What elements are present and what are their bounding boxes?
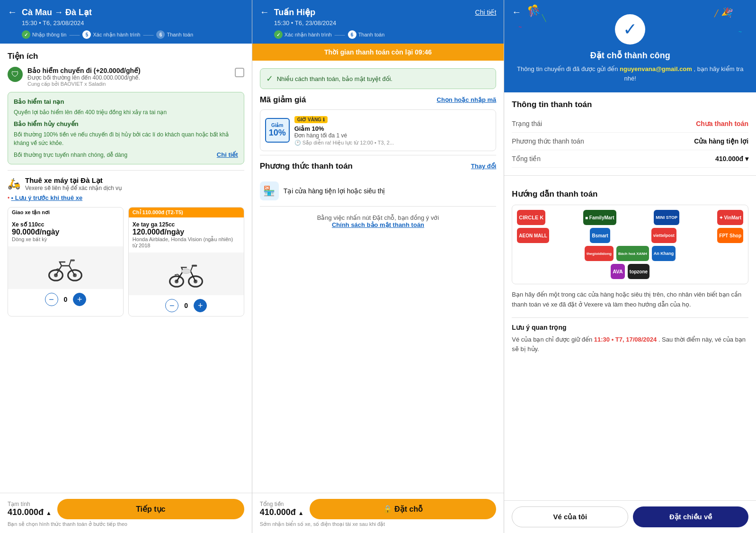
change-payment-link[interactable]: Thay đổi: [471, 163, 497, 170]
discount-title: Mã giảm giá: [260, 95, 306, 105]
progress-step-2: 5 Xác nhận hành trình: [82, 30, 140, 39]
book-button-label: Đặt chỗ: [394, 505, 423, 513]
payment-method-row: Phương thức thanh toán Cửa hàng tiện lợi: [512, 133, 748, 150]
stores-row-4: AVA topzone: [517, 264, 743, 279]
footer-buttons: Vé của tôi Đặt chiều về: [512, 506, 748, 527]
bike1-price: 90.000đ/ngày: [12, 228, 119, 236]
discount-name: Giảm 10%: [294, 125, 491, 132]
screen2-header: ← Tuấn Hiệp Chi tiết 15:30 • T6, 23/08/2…: [252, 0, 504, 44]
footer-price-label: Tạm tính: [8, 501, 52, 507]
bike2-image: [129, 253, 244, 295]
utilities-title: Tiện ích: [8, 51, 244, 61]
bike1-qty: 0: [64, 296, 68, 303]
divider1: [8, 170, 244, 171]
payment-method-card: 🏪 Tại cửa hàng tiện lợi hoặc siêu thị: [260, 176, 497, 206]
stores-row-2: AEON MALL Bsmart viettelpost FPT Shop: [517, 228, 743, 243]
bike-icon: 🛵: [8, 178, 20, 190]
payment-method-label: Phương thức thanh toán: [512, 137, 584, 145]
bike1-plus-btn[interactable]: +: [73, 293, 86, 306]
bike1-desc: Dòng xe bất kỳ: [12, 236, 119, 243]
aeon-logo: AEON MALL: [517, 228, 549, 243]
payment-info-section: Thông tin thanh toán Trạng thái Chưa tha…: [504, 92, 756, 175]
confetti-5: ~: [518, 24, 522, 30]
bike-rental-note-link[interactable]: • Lưu ý trước khi thuê xe: [11, 194, 83, 201]
topzone-logo: topzone: [628, 264, 649, 279]
bike2-qty: 0: [184, 302, 188, 309]
bike-rental-title: Thuê xe máy tại Đà Lạt: [25, 176, 122, 185]
note-text-pre: Vé của bạn chỉ được giữ đến: [512, 336, 594, 343]
stores-container: CIRCLE K ■ FamilyMart MINI STOP ✦ VinMar…: [512, 205, 748, 284]
total-value[interactable]: 410.000đ ▾: [715, 155, 748, 163]
circle-k-logo: CIRCLE K: [517, 210, 545, 225]
bike2-minus-btn[interactable]: −: [165, 299, 178, 312]
green-alert: ✓ Nhiều cách thanh toán, bảo mật tuyệt đ…: [260, 68, 497, 89]
screen1: ← Cà Mau → Đà Lạt 15:30 • T6, 23/08/2024…: [0, 0, 252, 533]
tgdd-logo: thegioididong: [585, 246, 614, 261]
discount-timer: 🕐 Sắp diễn ra! Hiệu lực từ 12:00 • T3, 2…: [294, 140, 491, 146]
price-expand-icon-2[interactable]: ▲: [298, 510, 304, 516]
insurance-detail-link[interactable]: Chi tiết: [217, 151, 238, 158]
back-button[interactable]: ←: [8, 7, 17, 18]
confetti-4: ╱: [714, 9, 718, 17]
bike2-plus-btn[interactable]: +: [194, 299, 207, 312]
insurance-text: Bảo hiểm chuyến đi (+20.000đ/ghế) Được b…: [27, 67, 230, 87]
screen3: ← 🎊 🎉 ╲ ╱ ~ ~ ✓ Đặt chỗ thành công Thông…: [504, 0, 756, 533]
bike-rental-header: 🛵 Thuê xe máy tại Đà Lạt Vexere sẽ liên …: [8, 176, 244, 191]
success-header: ← 🎊 🎉 ╲ ╱ ~ ~ ✓ Đặt chỗ thành công Thông…: [504, 0, 756, 92]
total-expand-icon: ▾: [745, 155, 748, 163]
bike-cards: Giao xe tận nơi Xe số 110cc 90.000đ/ngày…: [8, 207, 244, 316]
status-value: Chưa thanh toán: [696, 120, 748, 127]
insurance-card: 🛡 Bảo hiểm chuyến đi (+20.000đ/ghế) Được…: [8, 67, 244, 87]
bike1-body: Xe số 110cc 90.000đ/ngày Dòng xe bất kỳ: [8, 217, 123, 246]
continue-button[interactable]: Tiếp tục: [57, 499, 244, 519]
bike-card-1: Giao xe tận nơi Xe số 110cc 90.000đ/ngày…: [8, 207, 124, 316]
accident-insurance-title: Bảo hiểm tai nạn: [14, 98, 238, 105]
detail-link-2[interactable]: Chi tiết: [475, 9, 497, 16]
divider4: [504, 175, 756, 176]
bike1-minus-btn[interactable]: −: [45, 293, 58, 306]
timer-bar: Thời gian thanh toán còn lại 09:46: [252, 44, 504, 61]
ankang-logo: An Khang: [652, 246, 676, 261]
family-mart-logo: ■ FamilyMart: [583, 210, 616, 225]
status-row: Trạng thái Chưa thanh toán: [512, 115, 748, 133]
price-expand-icon[interactable]: ▲: [46, 510, 52, 516]
enter-code-link[interactable]: Chọn hoặc nhập mã: [437, 96, 497, 103]
footer-price-group: Tạm tính 410.000đ ▲: [8, 501, 52, 517]
discount-card[interactable]: Giảm 10% GIỜ VÀNG ℹ Giảm 10% Đơn hàng tố…: [260, 109, 497, 151]
footer-price-value: 410.000đ: [8, 507, 44, 517]
screen1-title: Cà Mau → Đà Lạt: [22, 7, 92, 18]
viettelpost-logo: viettelpost: [651, 228, 676, 243]
step-label-3: Thanh toán: [167, 32, 193, 37]
back-button-3[interactable]: ←: [512, 7, 521, 18]
footer-price: 410.000đ ▲: [8, 507, 52, 517]
privacy-policy-link[interactable]: Chính sách bảo mật thanh toán: [332, 221, 424, 228]
insurance-checkbox[interactable]: [235, 68, 244, 77]
green-box-footer-text: Bồi thường trực tuyến nhanh chóng, dễ dà…: [14, 152, 127, 158]
insurance-provider: Cung cấp bởi BAOVIET x Saladin: [27, 81, 230, 87]
bike2-label: Chỉ 110.000đ (T2-T5): [129, 208, 244, 217]
bike-rental-subtitle: Vexere sẽ liên hệ để xác nhận dịch vụ: [25, 185, 122, 191]
discount-promo-label: GIỜ VÀNG ℹ: [294, 116, 328, 123]
bachhoaxanh-logo: Bách hoá XANH: [616, 246, 649, 261]
book-button[interactable]: 🔒 Đặt chỗ: [310, 499, 497, 519]
bike2-desc: Honda Airblade, Honda Vision (ngẫu nhiên…: [133, 236, 240, 243]
svg-rect-9: [192, 265, 197, 267]
footer-note-2: Sớm nhận biển số xe, số điện thoại tài x…: [260, 521, 497, 527]
store-payment-icon: 🏪: [260, 181, 279, 200]
bike-rental-note: • • Lưu ý trước khi thuê xe: [8, 194, 244, 201]
total-label: Tổng tiền: [512, 155, 541, 163]
discount-info: GIỜ VÀNG ℹ Giảm 10% Đơn hàng tối đa 1 vé…: [294, 115, 491, 146]
consent-text: Bằng việc nhấn nút Đặt chỗ, bạn đồng ý v…: [317, 214, 439, 221]
my-ticket-button[interactable]: Vé của tôi: [512, 506, 628, 527]
back-button-2[interactable]: ←: [260, 7, 269, 18]
discount-section-header: Mã giảm giá Chọn hoặc nhập mã: [260, 95, 497, 105]
step-circle-done: ✓: [22, 30, 30, 39]
green-box-footer: Bồi thường trực tuyến nhanh chóng, dễ dà…: [14, 151, 238, 158]
screen2-footer: Tổng tiền 410.000đ ▲ 🔒 Đặt chỗ Sớm nhận …: [252, 493, 504, 533]
insurance-title: Bảo hiểm chuyến đi (+20.000đ/ghế): [27, 67, 230, 74]
progress-step-1: ✓ Nhập thông tin: [22, 30, 66, 39]
book-return-button[interactable]: Đặt chiều về: [633, 506, 748, 527]
bike-card-2: Chỉ 110.000đ (T2-T5) Xe tay ga 125cc 120…: [128, 207, 244, 316]
discount-badge: Giảm 10%: [265, 118, 290, 143]
consent-area: Bằng việc nhấn nút Đặt chỗ, bạn đồng ý v…: [260, 214, 497, 228]
